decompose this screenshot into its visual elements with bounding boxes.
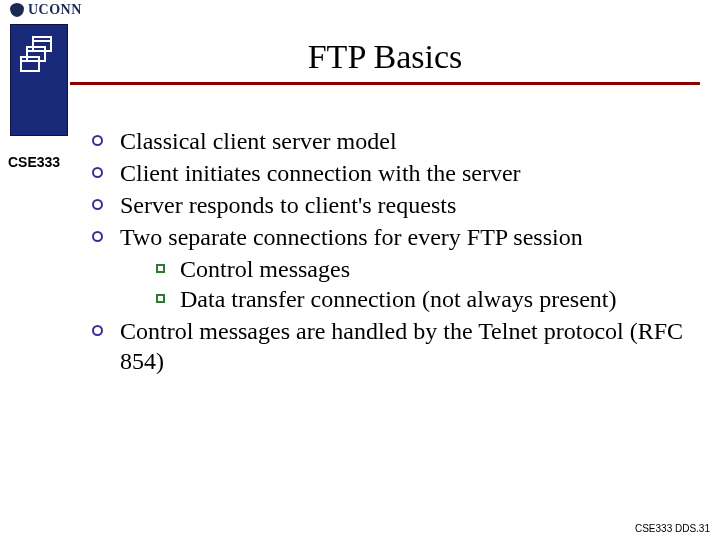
bullet-text: Client initiates connection with the ser… (120, 160, 521, 186)
uconn-text: UCONN (28, 2, 82, 18)
svg-rect-0 (33, 37, 51, 51)
list-item: Control messages (154, 254, 700, 284)
title-underline (70, 82, 700, 85)
list-item: Data transfer connection (not always pre… (154, 284, 700, 314)
course-label: CSE333 (8, 154, 60, 170)
bullet-list: Classical client server model Client ini… (88, 126, 700, 376)
slide-title: FTP Basics (70, 38, 700, 80)
title-area: FTP Basics (70, 38, 700, 85)
content-area: Classical client server model Client ini… (88, 126, 700, 378)
sub-bullet-list: Control messages Data transfer connectio… (120, 254, 700, 314)
bullet-text: Data transfer connection (not always pre… (180, 286, 617, 312)
stacked-windows-icon (19, 35, 59, 79)
svg-rect-2 (21, 57, 39, 71)
slide: UCONN FTP Basics CSE333 Classical client… (0, 0, 720, 540)
bullet-text: Two separate connections for every FTP s… (120, 224, 583, 250)
slide-footer: CSE333 DDS.31 (635, 523, 710, 534)
list-item: Server responds to client's requests (88, 190, 700, 220)
list-item: Two separate connections for every FTP s… (88, 222, 700, 314)
list-item: Control messages are handled by the Teln… (88, 316, 700, 376)
list-item: Client initiates connection with the ser… (88, 158, 700, 188)
svg-rect-1 (27, 47, 45, 61)
bullet-text: Control messages (180, 256, 350, 282)
uconn-logo: UCONN (10, 2, 82, 18)
bullet-text: Server responds to client's requests (120, 192, 456, 218)
shield-icon (10, 3, 24, 17)
bullet-text: Control messages are handled by the Teln… (120, 318, 683, 374)
department-badge (10, 24, 68, 136)
list-item: Classical client server model (88, 126, 700, 156)
bullet-text: Classical client server model (120, 128, 397, 154)
